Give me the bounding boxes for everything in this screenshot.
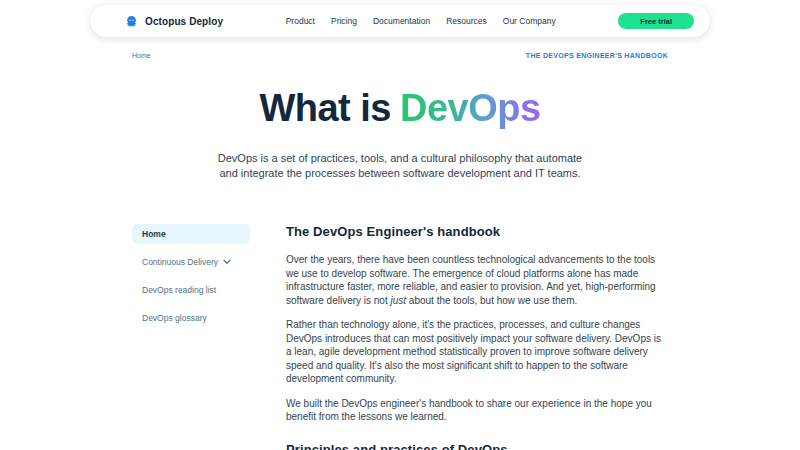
breadcrumb-row: Home THE DEVOPS ENGINEER'S HANDBOOK <box>132 52 668 59</box>
main-nav: Product Pricing Documentation Resources … <box>286 16 556 26</box>
free-trial-button[interactable]: Free trial <box>618 13 694 29</box>
handbook-series-link[interactable]: THE DEVOPS ENGINEER'S HANDBOOK <box>526 52 668 59</box>
site-header: Octopus Deploy Product Pricing Documenta… <box>0 0 800 37</box>
article-heading-principles: Principles and practices of DevOps <box>286 442 668 450</box>
hero-section: What isDevOps DevOps is a set of practic… <box>0 87 800 180</box>
content-area: Home Continuous Delivery DevOps reading … <box>132 224 668 450</box>
sidebar-item-label: DevOps reading list <box>142 285 216 295</box>
nav-item-documentation[interactable]: Documentation <box>373 16 430 26</box>
page-title: What isDevOps <box>0 87 800 130</box>
sidebar-item-devops-glossary[interactable]: DevOps glossary <box>132 308 250 328</box>
article-paragraph-1: Over the years, there have been countles… <box>286 253 668 307</box>
logo-text: Octopus Deploy <box>145 16 223 27</box>
article-paragraph-2: Rather than technology alone, it's the p… <box>286 318 668 386</box>
nav-item-resources[interactable]: Resources <box>446 16 487 26</box>
breadcrumb-home-link[interactable]: Home <box>132 52 151 59</box>
emphasized-word: just <box>391 295 407 306</box>
nav-item-pricing[interactable]: Pricing <box>331 16 357 26</box>
sidebar-item-home[interactable]: Home <box>132 224 250 244</box>
article-paragraph-3: We built the DevOps engineer's handbook … <box>286 397 668 424</box>
sidebar-nav: Home Continuous Delivery DevOps reading … <box>132 224 250 450</box>
article-body: The DevOps Engineer's handbook Over the … <box>286 224 668 450</box>
navbar: Octopus Deploy Product Pricing Documenta… <box>90 5 710 37</box>
sidebar-item-continuous-delivery[interactable]: Continuous Delivery <box>132 252 250 272</box>
sidebar-item-label: Continuous Delivery <box>142 257 218 267</box>
octopus-deploy-logo[interactable]: Octopus Deploy <box>124 14 223 29</box>
hero-subtitle: DevOps is a set of practices, tools, and… <box>214 151 586 180</box>
sidebar-item-devops-reading-list[interactable]: DevOps reading list <box>132 280 250 300</box>
nav-item-our-company[interactable]: Our Company <box>503 16 556 26</box>
article-heading-handbook: The DevOps Engineer's handbook <box>286 224 668 239</box>
chevron-down-icon <box>223 259 231 265</box>
page-title-prefix: What is <box>259 87 400 129</box>
nav-item-product[interactable]: Product <box>286 16 315 26</box>
sidebar-item-label: Home <box>142 229 166 239</box>
octopus-logo-icon <box>124 14 139 29</box>
page-title-highlight: DevOps <box>400 87 541 129</box>
sidebar-item-label: DevOps glossary <box>142 313 207 323</box>
